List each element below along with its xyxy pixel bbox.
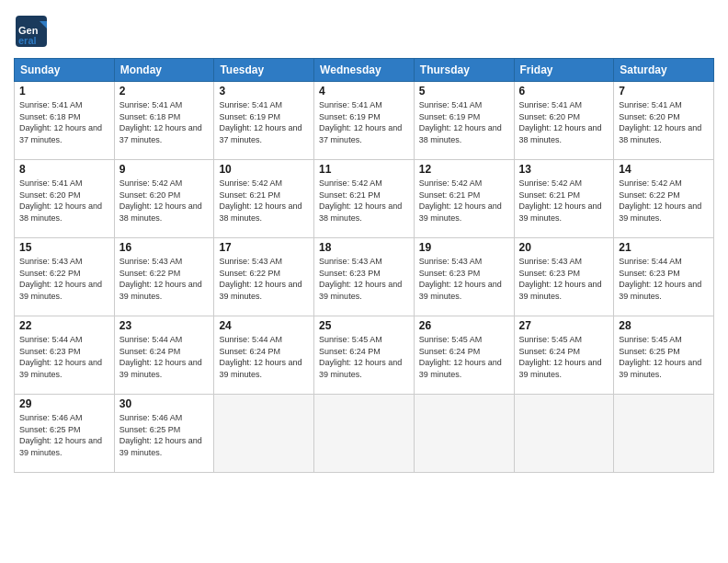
day-number: 7 xyxy=(619,85,709,98)
day-number: 9 xyxy=(119,163,210,176)
calendar-cell: 30Sunrise: 5:46 AMSunset: 6:25 PMDayligh… xyxy=(114,395,214,473)
day-number: 6 xyxy=(519,85,609,98)
calendar-cell: 25Sunrise: 5:45 AMSunset: 6:24 PMDayligh… xyxy=(314,316,415,395)
day-number: 27 xyxy=(519,319,609,332)
calendar-week-0: 1Sunrise: 5:41 AMSunset: 6:18 PMDaylight… xyxy=(15,82,714,160)
calendar-cell: 14Sunrise: 5:42 AMSunset: 6:22 PMDayligh… xyxy=(614,160,714,238)
cell-info: Sunrise: 5:41 AMSunset: 6:19 PMDaylight:… xyxy=(219,99,309,145)
cell-info: Sunrise: 5:45 AMSunset: 6:24 PMDaylight:… xyxy=(419,334,509,380)
calendar-cell: 1Sunrise: 5:41 AMSunset: 6:18 PMDaylight… xyxy=(15,82,115,160)
calendar-cell: 21Sunrise: 5:44 AMSunset: 6:23 PMDayligh… xyxy=(614,238,714,316)
calendar-cell: 22Sunrise: 5:44 AMSunset: 6:23 PMDayligh… xyxy=(15,316,115,395)
cell-info: Sunrise: 5:42 AMSunset: 6:21 PMDaylight:… xyxy=(519,178,609,224)
day-number: 19 xyxy=(419,241,509,254)
day-number: 4 xyxy=(319,85,409,98)
cell-info: Sunrise: 5:45 AMSunset: 6:24 PMDaylight:… xyxy=(319,334,409,380)
day-number: 20 xyxy=(519,241,609,254)
calendar-cell: 12Sunrise: 5:42 AMSunset: 6:21 PMDayligh… xyxy=(414,160,514,238)
day-number: 1 xyxy=(19,85,109,98)
cell-info: Sunrise: 5:41 AMSunset: 6:20 PMDaylight:… xyxy=(619,99,709,145)
day-number: 16 xyxy=(119,241,210,254)
calendar-week-2: 15Sunrise: 5:43 AMSunset: 6:22 PMDayligh… xyxy=(15,238,714,316)
cell-info: Sunrise: 5:42 AMSunset: 6:22 PMDaylight:… xyxy=(619,178,709,224)
calendar-week-3: 22Sunrise: 5:44 AMSunset: 6:23 PMDayligh… xyxy=(15,316,714,395)
calendar-table: SundayMondayTuesdayWednesdayThursdayFrid… xyxy=(14,58,714,473)
cell-info: Sunrise: 5:43 AMSunset: 6:23 PMDaylight:… xyxy=(319,256,409,302)
col-header-tuesday: Tuesday xyxy=(214,59,314,82)
cell-info: Sunrise: 5:44 AMSunset: 6:23 PMDaylight:… xyxy=(619,256,709,302)
calendar-cell: 18Sunrise: 5:43 AMSunset: 6:23 PMDayligh… xyxy=(314,238,415,316)
day-number: 12 xyxy=(419,163,509,176)
day-number: 23 xyxy=(119,319,210,332)
logo-icon: Gen eral xyxy=(14,14,49,49)
col-header-sunday: Sunday xyxy=(15,59,115,82)
calendar-cell: 8Sunrise: 5:41 AMSunset: 6:20 PMDaylight… xyxy=(15,160,115,238)
cell-info: Sunrise: 5:43 AMSunset: 6:23 PMDaylight:… xyxy=(419,256,509,302)
calendar-cell xyxy=(414,395,514,473)
day-number: 13 xyxy=(519,163,609,176)
calendar-cell: 28Sunrise: 5:45 AMSunset: 6:25 PMDayligh… xyxy=(614,316,714,395)
calendar-cell: 17Sunrise: 5:43 AMSunset: 6:22 PMDayligh… xyxy=(214,238,314,316)
col-header-wednesday: Wednesday xyxy=(314,59,415,82)
cell-info: Sunrise: 5:42 AMSunset: 6:20 PMDaylight:… xyxy=(119,178,210,224)
calendar-cell xyxy=(314,395,415,473)
calendar-cell: 23Sunrise: 5:44 AMSunset: 6:24 PMDayligh… xyxy=(114,316,214,395)
day-number: 22 xyxy=(19,319,109,332)
cell-info: Sunrise: 5:43 AMSunset: 6:23 PMDaylight:… xyxy=(519,256,609,302)
calendar-cell: 13Sunrise: 5:42 AMSunset: 6:21 PMDayligh… xyxy=(514,160,614,238)
cell-info: Sunrise: 5:46 AMSunset: 6:25 PMDaylight:… xyxy=(119,412,210,458)
cell-info: Sunrise: 5:46 AMSunset: 6:25 PMDaylight:… xyxy=(19,412,109,458)
cell-info: Sunrise: 5:43 AMSunset: 6:22 PMDaylight:… xyxy=(119,256,210,302)
cell-info: Sunrise: 5:42 AMSunset: 6:21 PMDaylight:… xyxy=(419,178,509,224)
logo: Gen eral xyxy=(14,14,52,49)
calendar-cell: 29Sunrise: 5:46 AMSunset: 6:25 PMDayligh… xyxy=(15,395,115,473)
calendar-cell: 3Sunrise: 5:41 AMSunset: 6:19 PMDaylight… xyxy=(214,82,314,160)
day-number: 5 xyxy=(419,85,509,98)
day-number: 17 xyxy=(219,241,309,254)
day-number: 11 xyxy=(319,163,409,176)
calendar-cell: 2Sunrise: 5:41 AMSunset: 6:18 PMDaylight… xyxy=(114,82,214,160)
calendar-cell: 27Sunrise: 5:45 AMSunset: 6:24 PMDayligh… xyxy=(514,316,614,395)
calendar-cell: 20Sunrise: 5:43 AMSunset: 6:23 PMDayligh… xyxy=(514,238,614,316)
cell-info: Sunrise: 5:43 AMSunset: 6:22 PMDaylight:… xyxy=(219,256,309,302)
cell-info: Sunrise: 5:41 AMSunset: 6:19 PMDaylight:… xyxy=(419,99,509,145)
calendar-cell: 19Sunrise: 5:43 AMSunset: 6:23 PMDayligh… xyxy=(414,238,514,316)
calendar-cell: 9Sunrise: 5:42 AMSunset: 6:20 PMDaylight… xyxy=(114,160,214,238)
cell-info: Sunrise: 5:45 AMSunset: 6:24 PMDaylight:… xyxy=(519,334,609,380)
day-number: 25 xyxy=(319,319,409,332)
calendar-cell: 26Sunrise: 5:45 AMSunset: 6:24 PMDayligh… xyxy=(414,316,514,395)
cell-info: Sunrise: 5:41 AMSunset: 6:20 PMDaylight:… xyxy=(19,178,109,224)
cell-info: Sunrise: 5:43 AMSunset: 6:22 PMDaylight:… xyxy=(19,256,109,302)
cell-info: Sunrise: 5:45 AMSunset: 6:25 PMDaylight:… xyxy=(619,334,709,380)
calendar-cell xyxy=(614,395,714,473)
day-number: 28 xyxy=(619,319,709,332)
calendar-cell xyxy=(214,395,314,473)
day-number: 29 xyxy=(19,397,109,410)
cell-info: Sunrise: 5:44 AMSunset: 6:23 PMDaylight:… xyxy=(19,334,109,380)
calendar-cell: 15Sunrise: 5:43 AMSunset: 6:22 PMDayligh… xyxy=(15,238,115,316)
col-header-friday: Friday xyxy=(514,59,614,82)
calendar-cell: 7Sunrise: 5:41 AMSunset: 6:20 PMDaylight… xyxy=(614,82,714,160)
cell-info: Sunrise: 5:41 AMSunset: 6:20 PMDaylight:… xyxy=(519,99,609,145)
calendar-cell xyxy=(514,395,614,473)
day-number: 2 xyxy=(119,85,210,98)
day-number: 3 xyxy=(219,85,309,98)
calendar-header-row: SundayMondayTuesdayWednesdayThursdayFrid… xyxy=(15,59,714,82)
calendar-week-1: 8Sunrise: 5:41 AMSunset: 6:20 PMDaylight… xyxy=(15,160,714,238)
day-number: 15 xyxy=(19,241,109,254)
calendar-cell: 10Sunrise: 5:42 AMSunset: 6:21 PMDayligh… xyxy=(214,160,314,238)
col-header-saturday: Saturday xyxy=(614,59,714,82)
cell-info: Sunrise: 5:41 AMSunset: 6:18 PMDaylight:… xyxy=(19,99,109,145)
calendar-cell: 11Sunrise: 5:42 AMSunset: 6:21 PMDayligh… xyxy=(314,160,415,238)
cell-info: Sunrise: 5:44 AMSunset: 6:24 PMDaylight:… xyxy=(219,334,309,380)
cell-info: Sunrise: 5:41 AMSunset: 6:19 PMDaylight:… xyxy=(319,99,409,145)
cell-info: Sunrise: 5:44 AMSunset: 6:24 PMDaylight:… xyxy=(119,334,210,380)
day-number: 18 xyxy=(319,241,409,254)
header: Gen eral xyxy=(14,14,714,49)
calendar-cell: 24Sunrise: 5:44 AMSunset: 6:24 PMDayligh… xyxy=(214,316,314,395)
day-number: 21 xyxy=(619,241,709,254)
cell-info: Sunrise: 5:42 AMSunset: 6:21 PMDaylight:… xyxy=(319,178,409,224)
calendar-cell: 5Sunrise: 5:41 AMSunset: 6:19 PMDaylight… xyxy=(414,82,514,160)
col-header-monday: Monday xyxy=(114,59,214,82)
day-number: 14 xyxy=(619,163,709,176)
